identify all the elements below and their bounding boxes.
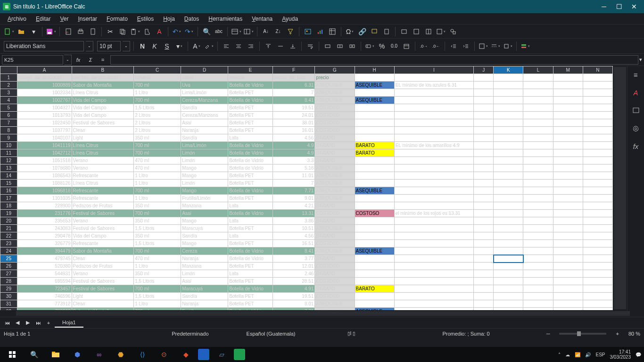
row-header[interactable]: 17	[0, 195, 17, 202]
row-header[interactable]: 5	[0, 104, 17, 112]
spellcheck-icon[interactable]: abc	[214, 26, 224, 37]
row-header[interactable]: 30	[0, 293, 17, 300]
menu-hoja[interactable]: Hoja	[159, 14, 179, 24]
tray-clock[interactable]: 17:41 3/03/2023	[610, 349, 631, 360]
col-header-C[interactable]: C	[134, 66, 181, 74]
row-header[interactable]: 15	[0, 180, 17, 187]
menu-archivo[interactable]: Archivo	[4, 14, 30, 24]
formula-expand-icon[interactable]: ▾	[639, 57, 642, 63]
row-header[interactable]: 9	[0, 134, 17, 142]
equals-icon[interactable]: =	[97, 55, 108, 65]
valign-bot-icon[interactable]	[288, 41, 298, 51]
row-header[interactable]: 1	[0, 74, 17, 82]
menu-ver[interactable]: Ver	[56, 14, 72, 24]
media-icon[interactable]: ⊙	[155, 348, 173, 361]
row-header[interactable]: 22	[0, 232, 17, 240]
chart-icon[interactable]	[315, 26, 325, 37]
col-icon[interactable]	[243, 26, 254, 37]
hyperlink-icon[interactable]: 🔗	[357, 26, 367, 37]
cell-reference-input[interactable]: K25	[2, 55, 63, 65]
comment-icon[interactable]	[369, 26, 380, 37]
cond-format-icon[interactable]	[520, 41, 530, 51]
col-header-F[interactable]: F	[272, 66, 314, 74]
row-header[interactable]: 18	[0, 202, 17, 210]
row-header[interactable]: 14	[0, 172, 17, 180]
row-header[interactable]: 31	[0, 300, 17, 308]
col-header-J[interactable]: J	[474, 66, 494, 74]
find-icon[interactable]: 🔍	[201, 26, 212, 37]
zoom-slider[interactable]	[559, 333, 606, 335]
print-preview-icon[interactable]	[88, 26, 98, 37]
save-icon[interactable]	[46, 26, 56, 37]
tray-wifi-icon[interactable]: 📶	[575, 352, 580, 357]
menu-datos[interactable]: Datos	[181, 14, 203, 24]
split-icon[interactable]	[423, 26, 434, 37]
app1-icon[interactable]: ⬢	[68, 348, 87, 361]
col-header-I[interactable]: I	[394, 66, 473, 74]
arrow-down-icon[interactable]: ▾	[28, 26, 39, 37]
col-header-K[interactable]: K	[494, 66, 523, 74]
row-header[interactable]: 4	[0, 97, 17, 104]
functions-icon[interactable]: fx	[630, 140, 642, 152]
define-range-icon[interactable]	[399, 26, 409, 37]
row-header[interactable]: 12	[0, 157, 17, 165]
tray-lang[interactable]: ESP	[595, 352, 605, 357]
sort-asc-icon[interactable]: A↓	[261, 26, 271, 37]
copy-icon[interactable]	[117, 26, 128, 37]
styles-icon[interactable]: A	[630, 87, 642, 98]
open-icon[interactable]	[16, 26, 26, 37]
calc-taskbar-icon[interactable]	[234, 349, 245, 360]
minimize-button[interactable]: ─	[601, 3, 607, 10]
redo-icon[interactable]: ↷	[184, 26, 194, 37]
col-header-E[interactable]: E	[228, 66, 273, 74]
row-header[interactable]: 25	[0, 255, 17, 263]
image-icon[interactable]	[303, 26, 313, 37]
tab-last-icon[interactable]: ⏭	[34, 320, 42, 326]
clone-format-icon[interactable]	[142, 26, 152, 37]
number-icon[interactable]: 0.0	[389, 41, 399, 51]
align-right-icon[interactable]	[246, 41, 256, 51]
row-header[interactable]: 16	[0, 187, 17, 195]
row-header[interactable]: 26	[0, 263, 17, 270]
cut-icon[interactable]: ✂	[105, 26, 116, 37]
row-header[interactable]: 32	[0, 308, 17, 311]
row-header[interactable]: 13	[0, 165, 17, 172]
inc-indent-icon[interactable]	[461, 41, 471, 51]
tray-cloud-icon[interactable]: ☁	[565, 352, 570, 357]
underline-icon[interactable]: S	[162, 41, 172, 51]
close-button[interactable]: ✕	[631, 3, 637, 10]
wrap-icon[interactable]	[305, 41, 315, 51]
book-icon[interactable]: ▱	[212, 348, 231, 361]
font-size-dropdown[interactable]: ⌄	[123, 41, 130, 51]
del-decimal-icon[interactable]: .0←	[431, 41, 441, 51]
export-pdf-icon[interactable]: P	[63, 26, 74, 37]
row-header[interactable]: 11	[0, 149, 17, 157]
sum-icon[interactable]: Σ	[85, 55, 96, 65]
tab-add-icon[interactable]: +	[44, 320, 53, 326]
row-header[interactable]: 8	[0, 127, 17, 134]
undo-icon[interactable]: ↶	[172, 26, 182, 37]
percent-icon[interactable]: %	[377, 41, 387, 51]
tab-first-icon[interactable]: ⏮	[3, 320, 11, 326]
strike-icon[interactable]: ▾	[174, 41, 184, 51]
col-header-N[interactable]: N	[583, 66, 612, 74]
menu-estilos[interactable]: Estilos	[133, 14, 157, 24]
menu-formato[interactable]: Formato	[103, 14, 132, 24]
menu-insertar[interactable]: Insertar	[74, 14, 101, 24]
row-header[interactable]: 2	[0, 82, 17, 89]
vertical-scrollbar[interactable]	[614, 67, 626, 309]
align-center-icon[interactable]	[233, 41, 244, 51]
explorer-icon[interactable]	[46, 348, 65, 361]
borders-icon[interactable]	[478, 41, 488, 51]
currency-icon[interactable]	[364, 41, 375, 51]
sort-desc-icon[interactable]: Z↓	[273, 26, 283, 37]
col-header-L[interactable]: L	[523, 66, 553, 74]
start-button[interactable]	[3, 348, 22, 361]
bold-icon[interactable]: N	[137, 41, 148, 51]
status-calc[interactable]: Promedio: ; Suma: 0	[442, 331, 489, 337]
menu-editar[interactable]: Editar	[32, 14, 54, 24]
font-name-dropdown[interactable]: ⌄	[86, 41, 93, 51]
row-header[interactable]: 21	[0, 225, 17, 232]
paste-icon[interactable]	[130, 26, 140, 37]
row-icon[interactable]	[231, 26, 241, 37]
